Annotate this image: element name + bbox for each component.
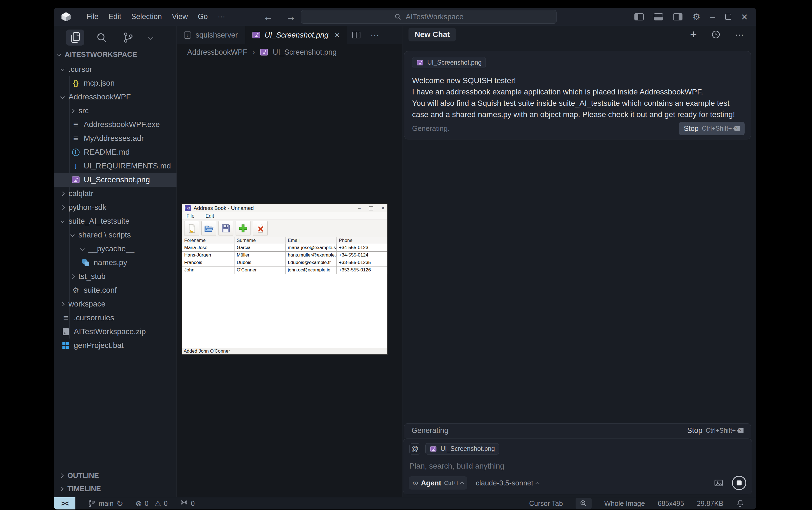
remote-indicator[interactable]: >< — [54, 497, 76, 509]
stop-button[interactable]: Stop Ctrl+Shift+ — [679, 122, 745, 135]
menu-selection[interactable]: Selection — [126, 10, 167, 23]
infinity-icon: ∞ — [413, 479, 418, 487]
chat-tab-new-chat[interactable]: New Chat — [408, 28, 456, 41]
tree-item-file-selected[interactable]: UI_Screenshot.png — [54, 173, 176, 187]
stop-shortcut: Ctrl+Shift+ — [706, 427, 744, 434]
editor-more-icon[interactable]: ··· — [370, 30, 379, 40]
image-icon — [430, 446, 436, 451]
attachment-name: UI_Screenshot.png — [427, 59, 482, 66]
tree-item-folder[interactable]: src — [54, 104, 176, 118]
image-mode-status[interactable]: Whole Image — [604, 500, 645, 508]
back-arrow-icon[interactable]: ← — [263, 11, 273, 23]
image-size: 29.87KB — [697, 500, 723, 508]
attach-image-icon[interactable] — [714, 478, 724, 488]
workspace-search[interactable]: AITestWorkspace — [301, 10, 556, 24]
tree-item-folder[interactable]: AddressbookWPF — [54, 90, 176, 104]
source-control-icon[interactable] — [119, 30, 137, 46]
search-sidebar-icon[interactable] — [92, 30, 111, 46]
forward-arrow-icon[interactable]: → — [286, 11, 296, 23]
backspace-icon — [733, 126, 740, 131]
cursor-tab-status[interactable]: Cursor Tab — [529, 500, 563, 508]
breadcrumb-file[interactable]: UI_Screenshot.png — [273, 48, 337, 57]
radio-tower-icon — [180, 499, 188, 508]
menu-view[interactable]: View — [167, 10, 193, 23]
tab-ui-screenshot[interactable]: UI_Screenshot.png × — [245, 26, 347, 44]
bell-icon[interactable] — [736, 499, 744, 508]
attachment-chip[interactable]: UI_Screenshot.png — [412, 57, 486, 68]
stop-generation-button[interactable] — [732, 476, 746, 490]
maximize-button[interactable] — [725, 14, 731, 20]
item-label: workspace — [68, 300, 106, 308]
tree-item-file[interactable]: genProject.bat — [54, 338, 176, 352]
file-list-icon: ≡ — [71, 120, 80, 129]
attachment-chip[interactable]: UI_Screenshot.png — [425, 443, 499, 454]
tree-item-folder[interactable]: __pycache__ — [54, 242, 176, 256]
tab-squishserver[interactable]: › squishserver — [177, 26, 245, 44]
chat-input-card[interactable]: @ UI_Screenshot.png Plan, search, build … — [403, 439, 752, 494]
statusbar: >< main ↻ ⊗ 0 ⚠ 0 0 Cur — [54, 497, 756, 509]
tree-item-file[interactable]: ↓UI_REQUIREMENTS.md — [54, 159, 176, 173]
tree-item-folder[interactable]: .cursor — [54, 62, 176, 76]
menu-go[interactable]: Go — [193, 10, 213, 23]
tree-item-folder[interactable]: python-sdk — [54, 201, 176, 214]
cell: Garcia — [234, 244, 286, 251]
chat-input-placeholder[interactable]: Plan, search, build anything — [409, 462, 746, 471]
message-line: I have an addressbook example applicatio… — [412, 86, 743, 97]
new-chat-plus-icon[interactable]: + — [690, 28, 697, 41]
chat-more-icon[interactable]: ··· — [735, 30, 744, 40]
stop-button[interactable]: Stop Ctrl+Shift+ — [687, 426, 744, 435]
magnifier-zoom-icon — [579, 499, 588, 508]
tree-item-folder[interactable]: workspace — [54, 297, 176, 311]
menu-edit[interactable]: Edit — [104, 10, 126, 23]
close-tab-icon[interactable]: × — [335, 30, 340, 40]
breadcrumb-folder[interactable]: AddressbookWPF — [187, 48, 248, 57]
explorer-files-icon[interactable] — [66, 30, 84, 46]
tree-item-file[interactable]: AITestWorkspace.zip — [54, 325, 176, 338]
zoom-button[interactable] — [576, 498, 591, 509]
chevron-down-icon — [57, 52, 62, 56]
more-views-chevron-icon[interactable] — [146, 33, 156, 42]
timeline-section[interactable]: TIMELINE — [54, 482, 176, 496]
model-selector[interactable]: claude-3.5-sonnet — [475, 479, 539, 487]
git-branch[interactable]: main ↻ — [88, 499, 123, 508]
problems-indicator[interactable]: ⊗ 0 ⚠ 0 — [135, 499, 168, 508]
tree-item-folder[interactable]: suite_AI_testsuite — [54, 214, 176, 228]
agent-mode-selector[interactable]: ∞ Agent Ctrl+I — [409, 476, 467, 489]
close-button[interactable]: × — [741, 11, 748, 23]
tree-item-file[interactable]: iREADME.md — [54, 145, 176, 159]
toggle-left-panel-icon[interactable] — [634, 13, 644, 21]
menu-more[interactable]: ··· — [213, 10, 230, 23]
tree-item-file[interactable]: ≡MyAddresses.adr — [54, 131, 176, 145]
tree-item-file[interactable]: ⚙suite.conf — [54, 283, 176, 297]
item-label: shared \ scripts — [79, 231, 131, 239]
tree-item-file[interactable]: {}mcp.json — [54, 76, 176, 90]
message-line: Welcome new SQUISH tester! — [412, 75, 743, 86]
outline-section[interactable]: OUTLINE — [54, 469, 176, 482]
status-text: Added John O'Conner — [184, 349, 230, 354]
menu-file[interactable]: File — [82, 10, 104, 23]
toggle-right-panel-icon[interactable] — [673, 13, 683, 21]
tree-item-folder[interactable]: shared \ scripts — [54, 228, 176, 242]
generating-bar: Generating Stop Ctrl+Shift+ — [404, 423, 751, 438]
column-header: Phone — [337, 237, 387, 244]
tree-item-file[interactable]: ≡.cursorrules — [54, 311, 176, 325]
cell: +34-555-0123 — [337, 244, 387, 251]
tree-item-folder[interactable]: calqlatr — [54, 187, 176, 201]
settings-gear-icon[interactable]: ⚙ — [692, 11, 700, 22]
attachment-name: UI_Screenshot.png — [440, 445, 495, 453]
cell: John — [182, 266, 234, 274]
workspace-section-header[interactable]: AITESTWORKSPACE — [54, 49, 176, 60]
split-editor-icon[interactable] — [352, 32, 360, 38]
addressbook-titlebar: SQ Address Book - Unnamed – × — [182, 204, 387, 212]
toggle-bottom-panel-icon[interactable] — [654, 13, 663, 21]
addressbook-window-controls: – × — [358, 205, 384, 211]
cell: +353-555-0126 — [337, 266, 387, 274]
history-clock-icon[interactable] — [711, 30, 721, 39]
tree-item-file[interactable]: names.py — [54, 256, 176, 270]
minimize-button[interactable]: – — [710, 12, 715, 22]
tree-item-folder[interactable]: tst_stub — [54, 270, 176, 283]
mention-at-button[interactable]: @ — [409, 444, 420, 454]
editor-area: › squishserver UI_Screenshot.png × ··· A… — [177, 26, 402, 497]
tree-item-file[interactable]: ≡AddressbookWPF.exe — [54, 118, 176, 131]
ports-indicator[interactable]: 0 — [180, 499, 195, 508]
